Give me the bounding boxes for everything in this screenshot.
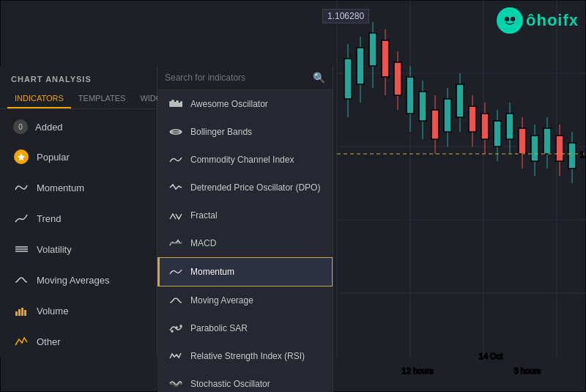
svg-rect-40	[531, 136, 538, 161]
sidebar-items-list: 0 Added Popular Momentum	[0, 112, 157, 357]
sidebar-item-trend[interactable]: Trend	[0, 203, 157, 234]
indicator-label: Detrended Price Oscillator (DPO)	[190, 182, 320, 193]
svg-point-52	[505, 18, 508, 21]
svg-text:12 hours: 12 hours	[402, 366, 434, 375]
svg-rect-30	[469, 106, 476, 132]
svg-rect-58	[15, 311, 18, 316]
indicator-label: Moving Average	[190, 295, 253, 306]
sidebar-item-other[interactable]: Other	[0, 326, 157, 357]
svg-point-71	[176, 327, 177, 328]
fractal-icon	[168, 208, 183, 223]
volatility-icon	[13, 241, 29, 257]
sidebar-item-popular[interactable]: Popular	[0, 141, 157, 172]
momentum-icon	[13, 180, 29, 196]
psar-icon	[168, 321, 183, 336]
logo-icon	[497, 7, 523, 34]
svg-rect-16	[382, 40, 389, 77]
indicator-list: Awesome Oscillator Bollinger Bands Commo…	[157, 90, 333, 392]
svg-rect-22	[419, 92, 426, 121]
indicators-dropdown: 🔍 Awesome Oscillator	[157, 66, 333, 392]
cci-icon	[168, 152, 183, 167]
svg-rect-26	[444, 99, 451, 132]
sidebar-item-label: Momentum	[37, 182, 84, 193]
search-icon: 🔍	[313, 72, 325, 84]
svg-rect-60	[21, 308, 23, 316]
svg-rect-36	[506, 114, 513, 139]
svg-rect-46	[568, 143, 576, 169]
indicator-stochastic[interactable]: Stochastic Oscillator	[157, 370, 333, 392]
svg-rect-38	[519, 128, 526, 154]
indicator-label: Relative Strength Index (RSI)	[190, 351, 305, 361]
indicator-moving-average[interactable]: Moving Average	[157, 286, 333, 314]
svg-text:3 hours: 3 hours	[514, 366, 541, 375]
logo-text: ôhoifx	[526, 11, 579, 30]
svg-rect-42	[544, 128, 551, 154]
svg-rect-14	[369, 33, 377, 66]
momentum-icon	[168, 265, 183, 279]
svg-rect-62	[170, 102, 171, 106]
svg-text:1.: 1.	[580, 151, 586, 159]
indicator-rsi[interactable]: Relative Strength Index (RSI)	[157, 342, 333, 370]
sidebar-item-volatility[interactable]: Volatility	[0, 234, 157, 265]
svg-point-72	[180, 325, 182, 327]
indicator-label: Fractal	[190, 210, 218, 221]
indicator-bollinger-bands[interactable]: Bollinger Bands	[157, 118, 333, 146]
indicator-momentum[interactable]: Momentum	[157, 257, 333, 286]
added-badge: 0	[13, 119, 28, 134]
svg-rect-66	[179, 103, 180, 106]
price-value: 1.106280	[327, 11, 364, 21]
indicator-label: Bollinger Bands	[190, 127, 252, 137]
indicator-label: MACD	[190, 238, 216, 248]
svg-rect-28	[456, 84, 464, 117]
price-label: 1.106280	[322, 9, 369, 23]
svg-rect-32	[481, 114, 489, 139]
svg-rect-67	[181, 102, 182, 106]
svg-text:14 Oct: 14 Oct	[479, 352, 502, 360]
sidebar-item-label: Popular	[37, 152, 70, 163]
indicator-label: Stochastic Oscillator	[190, 379, 270, 389]
indicator-macd[interactable]: MACD	[157, 229, 333, 257]
sidebar-item-added[interactable]: 0 Added	[0, 112, 157, 141]
sidebar-item-volume[interactable]: Volume	[0, 295, 157, 326]
moving-avg-icon	[13, 272, 29, 288]
macd-icon	[168, 236, 183, 251]
dpo-icon	[168, 180, 183, 195]
indicator-awesome-oscillator[interactable]: Awesome Oscillator	[157, 90, 333, 118]
sidebar-item-momentum[interactable]: Momentum	[0, 172, 157, 203]
svg-rect-10	[344, 59, 352, 99]
svg-rect-65	[177, 101, 178, 106]
svg-rect-59	[18, 309, 21, 316]
indicator-label: Momentum	[190, 267, 234, 277]
panel-tabs: INDICATORS TEMPLATES WIDGETS	[0, 89, 157, 109]
svg-marker-54	[18, 153, 25, 160]
indicator-label: Parabolic SAR	[190, 323, 248, 333]
logo: ôhoifx	[497, 7, 579, 34]
svg-point-70	[171, 330, 173, 332]
svg-rect-20	[407, 77, 414, 114]
rsi-icon	[168, 349, 183, 363]
svg-rect-18	[394, 62, 401, 95]
sidebar-item-label: Added	[35, 122, 63, 133]
ao-icon	[168, 97, 183, 111]
indicator-parabolic-sar[interactable]: Parabolic SAR	[157, 314, 333, 342]
indicator-dpo[interactable]: Detrended Price Oscillator (DPO)	[157, 174, 333, 201]
sidebar-item-moving-averages[interactable]: Moving Averages	[0, 265, 157, 295]
trend-icon	[13, 210, 29, 226]
tab-templates[interactable]: TEMPLATES	[71, 89, 133, 108]
svg-rect-64	[174, 103, 176, 106]
tab-indicators[interactable]: INDICATORS	[7, 89, 71, 108]
sidebar-item-label: Other	[37, 336, 61, 347]
indicator-fractal[interactable]: Fractal	[157, 201, 333, 229]
search-bar: 🔍	[157, 66, 333, 90]
sidebar-item-label: Volatility	[37, 244, 72, 255]
sidebar-item-label: Trend	[37, 213, 61, 224]
indicator-label: Awesome Oscillator	[190, 99, 268, 109]
svg-rect-44	[556, 136, 563, 161]
svg-rect-61	[24, 310, 26, 316]
indicator-cci[interactable]: Commodity Channel Index	[157, 146, 333, 174]
svg-rect-63	[172, 100, 174, 106]
search-input[interactable]	[165, 73, 313, 83]
svg-rect-34	[494, 121, 501, 147]
panel-title: CHART ANALYSIS	[0, 66, 157, 84]
sidebar-item-label: Moving Averages	[37, 275, 110, 286]
